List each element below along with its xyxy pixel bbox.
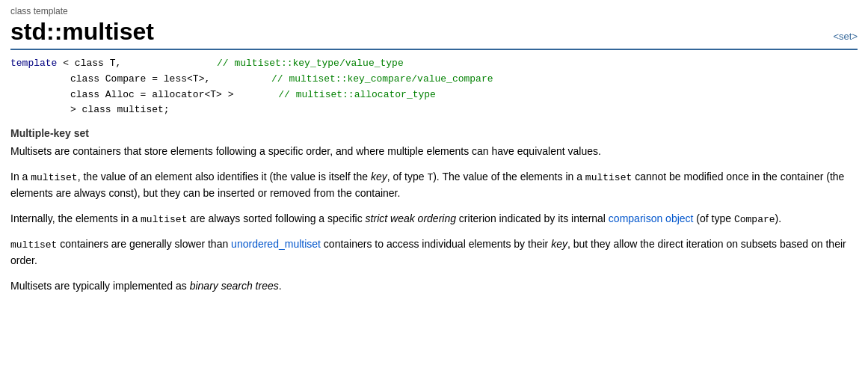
p3-before: Internally, the elements in a: [10, 212, 141, 224]
p2-mid1: , the value of an element also identifie…: [78, 171, 371, 183]
section-title: Multiple-key set: [10, 127, 858, 139]
p2-mid3: ). The value of the elements in a: [433, 171, 585, 183]
code-line-4: > class multiset;: [10, 102, 858, 118]
p5-before: Multisets are typically implemented as: [10, 280, 190, 292]
comparison-object-link[interactable]: comparison object: [609, 212, 694, 224]
paragraph-2: In a multiset, the value of an element a…: [10, 169, 858, 202]
code-line2-content: class Compare = less<T>,: [70, 73, 210, 85]
code-block: template < class T, // multiset::key_typ…: [10, 56, 858, 118]
p3-end: ).: [775, 212, 782, 224]
code-comment-1: // multiset::key_type/value_type: [217, 58, 404, 69]
paragraph-1: Multisets are containers that store elem…: [10, 144, 858, 160]
title-row: std::multiset <set>: [10, 18, 858, 50]
page-container: class template std::multiset <set> templ…: [0, 0, 868, 313]
main-title: std::multiset: [10, 18, 154, 46]
p4-code1: multiset: [10, 239, 57, 251]
p3-mid1: are always sorted following a specific: [187, 212, 365, 224]
p3-code1: multiset: [141, 214, 187, 225]
paragraph-3: Internally, the elements in a multiset a…: [10, 211, 858, 227]
p4-mid2: containers to access individual elements…: [321, 238, 551, 250]
p4-em1: key: [551, 238, 567, 250]
p3-mid3: (of type: [693, 212, 733, 224]
p2-before: In a: [10, 171, 31, 183]
code-comment-3: // multiset::allocator_type: [278, 89, 436, 100]
code-kw-template: template: [10, 58, 57, 69]
p2-code3: multiset: [585, 172, 632, 183]
p3-code2: Compare: [734, 214, 775, 225]
unordered-multiset-link[interactable]: unordered_multiset: [231, 238, 321, 250]
p2-code1: multiset: [31, 172, 77, 183]
p2-mid2: , of type: [387, 171, 428, 183]
paragraph-4: multiset containers are generally slower…: [10, 236, 858, 269]
p3-em1: strict weak ordering: [366, 212, 456, 224]
set-link[interactable]: <set>: [833, 31, 858, 42]
title-main: multiset: [62, 18, 154, 45]
p3-mid2: criterion indicated by its internal: [456, 212, 609, 224]
p5-end: .: [279, 280, 282, 292]
code-line-2: class Compare = less<T>, // multiset::ke…: [10, 72, 858, 88]
p2-em1: key: [371, 171, 387, 183]
class-label: class template: [10, 6, 858, 16]
paragraph-5: Multisets are typically implemented as b…: [10, 278, 858, 295]
code-line-3: class Alloc = allocator<T> > // multiset…: [10, 88, 858, 103]
code-line4-content: > class multiset;: [70, 104, 170, 115]
p4-mid1: containers are generally slower than: [57, 238, 231, 250]
p5-em1: binary search trees: [190, 280, 279, 292]
code-line3-content: class Alloc = allocator<T> >: [70, 89, 233, 100]
title-prefix: std::: [10, 18, 62, 45]
code-comment-2: // multiset::key_compare/value_compare: [271, 73, 493, 85]
code-line-1: template < class T, // multiset::key_typ…: [10, 56, 858, 72]
code-line1-rest: < class T,: [57, 58, 121, 69]
